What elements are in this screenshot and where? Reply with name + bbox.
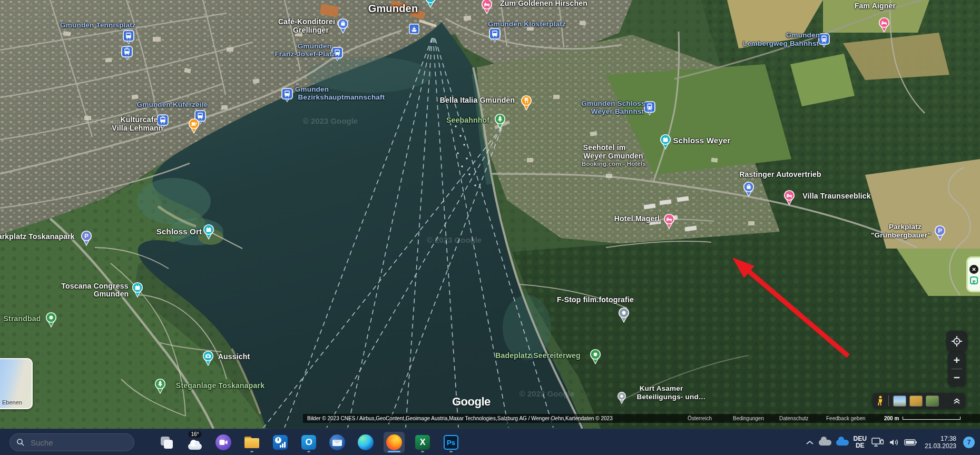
label-gruenbergbauer-2[interactable]: "Grünbergbauer" (871, 231, 931, 239)
pin-badeplatz[interactable] (589, 349, 602, 367)
label-kulturcafe-1[interactable]: Kulturcafe (120, 115, 158, 124)
pin-fstop[interactable] (618, 307, 630, 325)
privacy-link[interactable]: Datenschutz (779, 416, 809, 421)
pin-kurt-asamer[interactable] (616, 391, 626, 405)
label-toscana-congress-1[interactable]: Toscana Congress (61, 282, 128, 290)
notification-badge[interactable]: 7 (963, 437, 975, 448)
map-canvas[interactable]: © 2023 Google© 2023 Google© 2023 Google©… (0, 0, 980, 429)
photoshop-button[interactable]: Ps (440, 432, 462, 453)
label-rastinger[interactable]: Rastinger Autovertrieb (739, 170, 821, 179)
pin-seebahnhof[interactable] (494, 113, 506, 131)
volume-icon[interactable] (889, 438, 899, 447)
tray-chevron-up-icon[interactable] (806, 440, 814, 445)
pin-klosterplatz-bus[interactable] (489, 28, 501, 44)
label-gmunden-kueferzeile[interactable]: Gmunden Küferzeile (137, 101, 208, 108)
label-schloss-weyer-bahnhst-2[interactable]: Weyer Bahnhst (591, 107, 644, 115)
pin-ferry-terminal[interactable] (409, 24, 419, 36)
label-seehotel-1[interactable]: Seehotel im (583, 143, 626, 152)
label-kurt-asamer-2[interactable]: Beteiligungs- und… (636, 393, 705, 401)
label-schloss-weyer[interactable]: Schloss Weyer (673, 136, 730, 145)
label-seehotel-2[interactable]: Weyer Gmunden (583, 152, 643, 160)
pin-tennisplatz-tram[interactable] (121, 46, 133, 62)
my-location-button[interactable] (946, 331, 967, 352)
pin-goldener-hirsch[interactable] (481, 0, 493, 16)
label-grellinger[interactable]: Grellinger (293, 26, 329, 34)
label-parkplatz-toskanapark[interactable]: Parkplatz Toskanapark (0, 232, 75, 241)
label-kulturcafe-2[interactable]: Villa Lehmann (112, 124, 163, 132)
label-franz-josef-2[interactable]: Franz-Josef-Platz (275, 50, 335, 58)
label-fam-aigner[interactable]: Fam Aigner (855, 2, 896, 10)
extension-e-icon[interactable]: e (970, 276, 978, 284)
pin-rathausplatz[interactable] (424, 0, 437, 10)
weather-widget-button[interactable]: 16° (184, 432, 205, 453)
label-gruenbergbauer-1[interactable]: Parkplatz (889, 223, 922, 231)
label-bezirkshauptmannschaft-1[interactable]: Gmunden (295, 85, 329, 93)
pin-parkplatz-toskanapark[interactable]: P (80, 230, 93, 248)
label-bezirkshauptmannschaft-2[interactable]: Bezirkshauptmannschaft (298, 93, 385, 101)
label-gmunden-klosterplatz[interactable]: Gmunden Klosterplatz (488, 20, 566, 28)
label-lembergweg-1[interactable]: Gmunden (786, 31, 820, 39)
pin-aussicht[interactable] (202, 350, 214, 368)
label-gmunden-city[interactable]: Gmunden (368, 3, 418, 15)
clock[interactable]: 17:38 21.03.2023 (925, 435, 956, 450)
pin-tennisplatz-bus[interactable] (123, 30, 134, 46)
firefox-button[interactable] (384, 432, 405, 453)
network-icon[interactable] (871, 438, 884, 447)
label-bella-italia[interactable]: Bella Italia Gmunden (440, 96, 515, 104)
pin-strandbad[interactable] (45, 312, 57, 330)
pin-rastinger[interactable] (742, 181, 755, 199)
imagery-thumbnail-1[interactable] (909, 395, 923, 407)
zoom-in-button[interactable]: + (954, 352, 960, 369)
onedrive-blue-icon[interactable] (836, 440, 849, 446)
label-fstop[interactable]: F-Stop film.fotografie (557, 295, 634, 304)
language-indicator[interactable]: DEUDE (854, 436, 867, 449)
label-franz-josef-1[interactable]: Gmunden (298, 42, 331, 50)
feedback-link[interactable]: Feedback geben (826, 416, 866, 421)
battery-icon[interactable] (904, 439, 917, 446)
pin-hotel-magerl[interactable] (663, 213, 675, 231)
label-booking[interactable]: Booking.com - Hotels (582, 161, 646, 167)
label-schloss-ort[interactable]: Schloss Ort (156, 227, 202, 236)
imagery-thumbnail-2[interactable] (926, 395, 939, 407)
label-seebahnhof[interactable]: Seebahnhof (446, 116, 489, 124)
attribution-region[interactable]: Österreich (688, 416, 712, 421)
label-steganlage[interactable]: Steganlage Toskanapark (176, 381, 264, 390)
edge-button[interactable] (355, 432, 376, 453)
pin-fam-aigner[interactable] (878, 17, 890, 35)
pin-villa-traunseeblick[interactable] (783, 190, 796, 207)
taskbar-search[interactable] (9, 433, 134, 451)
file-explorer-button[interactable] (241, 432, 262, 453)
outlook-button[interactable]: O (298, 432, 319, 453)
streetview-thumbnail[interactable] (893, 395, 906, 407)
label-schloss-weyer-bahnhst-1[interactable]: Gmunden Schloss (581, 100, 645, 107)
pin-toscana-congress[interactable] (131, 282, 144, 300)
thunderbird-button[interactable] (327, 432, 348, 453)
label-aussicht[interactable]: Aussicht (218, 352, 250, 361)
task-view-button[interactable] (156, 432, 177, 453)
pin-schloss-ort[interactable] (202, 224, 215, 242)
label-toscana-congress-2[interactable]: Gmunden (94, 290, 129, 298)
onedrive-gray-icon[interactable] (819, 440, 831, 446)
label-gmunden-tennisplatz[interactable]: Gmunden Tennisplatz (60, 21, 136, 29)
pin-grellinger[interactable] (337, 18, 349, 36)
pin-kulturcafe[interactable] (188, 118, 200, 136)
pin-schloss-weyer[interactable] (659, 134, 672, 152)
label-hotel-magerl[interactable]: Hotel Magerl (614, 214, 660, 223)
close-icon[interactable]: ✕ (969, 265, 978, 274)
label-lembergweg-2[interactable]: Lembergweg Bahnhst (743, 39, 819, 47)
pin-gruenbergbauer[interactable]: P (934, 225, 946, 243)
pin-lembergweg-bahnhst[interactable] (818, 33, 830, 50)
layers-panel[interactable]: Ebenen (0, 358, 33, 409)
label-villa-traunseeblick[interactable]: Villa Traunseeblick (802, 192, 871, 200)
excel-button[interactable]: X (412, 432, 433, 453)
pin-bella-italia[interactable] (520, 95, 533, 113)
terms-link[interactable]: Bedingungen (733, 416, 764, 421)
label-strandbad[interactable]: Strandbad (3, 314, 41, 323)
video-chat-button[interactable] (213, 432, 234, 453)
zoom-out-button[interactable]: − (954, 369, 960, 386)
pin-schloss-weyer-bahnhst[interactable] (644, 101, 655, 117)
label-cafe-konditorei[interactable]: Café-Konditorei (278, 17, 335, 26)
pin-steganlage[interactable] (154, 378, 166, 396)
collapse-chevrons-icon[interactable] (953, 397, 961, 405)
pegman-icon[interactable] (877, 395, 884, 406)
